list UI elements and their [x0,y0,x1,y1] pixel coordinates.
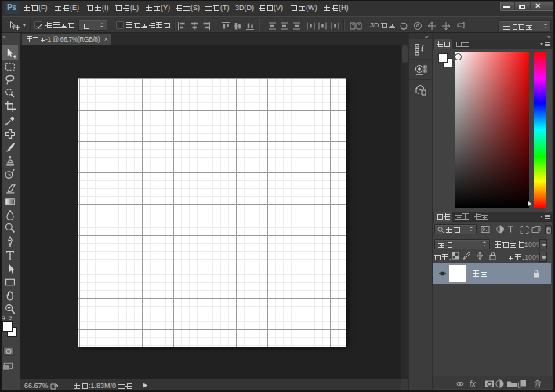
svg-text:fx: fx [470,379,477,388]
